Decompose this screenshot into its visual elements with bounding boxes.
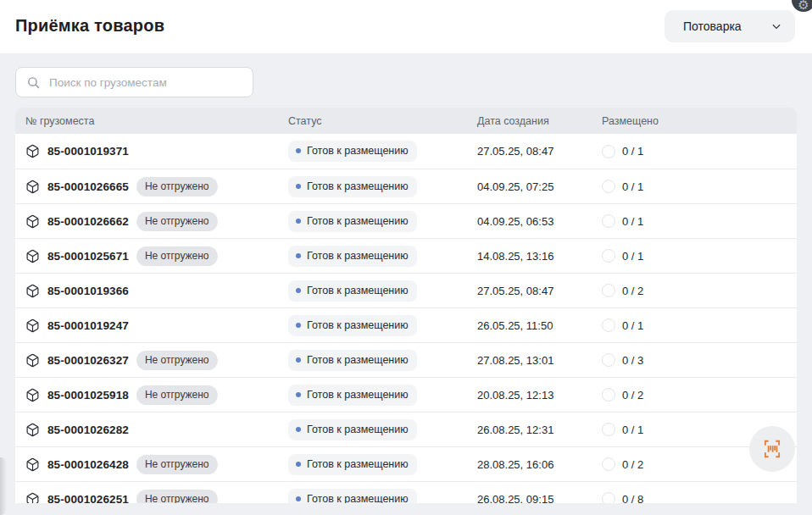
- status-pill: Готов к размещению: [288, 246, 417, 267]
- status-dot-icon: [296, 148, 301, 153]
- status-cell: Готов к размещению: [288, 419, 477, 440]
- status-label: Готов к размещению: [307, 215, 409, 227]
- left-edge-artifact: [0, 457, 7, 515]
- search-input[interactable]: [49, 76, 244, 89]
- column-header-status: Статус: [288, 115, 477, 127]
- gear-glyph: ⚙: [798, 0, 809, 11]
- package-icon: [25, 214, 40, 229]
- placed-cell: 0 / 8: [602, 492, 797, 503]
- table-header-row: № грузоместа Статус Дата создания Размещ…: [15, 108, 797, 134]
- placed-cell: 0 / 1: [602, 145, 797, 158]
- package-icon: [25, 284, 40, 298]
- cargo-id: 85-0001019371: [47, 145, 129, 158]
- page-title: Приёмка товаров: [15, 16, 164, 36]
- created-date: 04.09.25, 06:53: [477, 215, 553, 228]
- status-cell: Готов к размещению: [288, 315, 477, 336]
- status-pill: Готов к размещению: [288, 454, 417, 475]
- cargo-number-cell: 85-0001026282: [15, 423, 288, 437]
- cargo-id: 85-0001026251: [47, 493, 129, 504]
- cargo-number-cell: 85-0001019366: [15, 284, 288, 298]
- package-icon: [25, 144, 40, 158]
- placed-count: 0 / 2: [622, 458, 643, 471]
- table-row[interactable]: 85-0001025918 Не отгружено Готов к разме…: [15, 377, 797, 412]
- status-dot-icon: [296, 427, 301, 432]
- column-header-cargo-number: № грузоместа: [15, 115, 288, 127]
- placed-count: 0 / 2: [622, 389, 643, 401]
- table-row[interactable]: 85-0001019366 Готов к размещению 27.05.2…: [15, 273, 797, 307]
- table-row[interactable]: 85-0001019247 Готов к размещению 26.05.2…: [15, 307, 797, 342]
- not-shipped-badge: Не отгружено: [136, 351, 218, 370]
- progress-ring-icon: [602, 388, 615, 401]
- table-row[interactable]: 85-0001025671 Не отгружено Готов к разме…: [15, 238, 797, 273]
- table-row[interactable]: 85-0001026428 Не отгружено Готов к разме…: [15, 446, 797, 481]
- cargo-id: 85-0001025671: [47, 250, 129, 263]
- created-date: 27.05.25, 08:47: [477, 145, 553, 158]
- status-cell: Готов к размещению: [288, 246, 477, 267]
- table-row[interactable]: 85-0001026662 Не отгружено Готов к разме…: [15, 203, 797, 238]
- cargo-id: 85-0001019366: [47, 285, 129, 297]
- placed-cell: 0 / 1: [602, 180, 797, 193]
- status-cell: Готов к размещению: [288, 211, 477, 232]
- placed-count: 0 / 3: [622, 354, 643, 367]
- status-dot-icon: [296, 253, 301, 258]
- placed-count: 0 / 1: [622, 215, 643, 228]
- cargo-number-cell: 85-0001026665 Не отгружено: [15, 177, 288, 197]
- created-cell: 27.05.25, 08:47: [477, 145, 602, 158]
- placed-cell: 0 / 2: [602, 388, 797, 401]
- table-row[interactable]: 85-0001019371 Готов к размещению 27.05.2…: [15, 134, 797, 169]
- mode-dropdown[interactable]: Потоварка: [665, 10, 795, 42]
- package-icon: [25, 423, 40, 437]
- status-pill: Готов к размещению: [288, 315, 417, 336]
- not-shipped-badge: Не отгружено: [136, 246, 218, 266]
- table-row[interactable]: 85-0001026327 Не отгружено Готов к разме…: [15, 342, 797, 377]
- created-cell: 04.09.25, 06:53: [477, 215, 602, 228]
- table-row[interactable]: 85-0001026251 Не отгружено Готов к разме…: [15, 481, 797, 503]
- status-pill: Готов к размещению: [288, 350, 417, 371]
- cargo-number-cell: 85-0001019371: [15, 144, 288, 158]
- status-cell: Готов к размещению: [288, 385, 477, 406]
- status-pill: Готов к размещению: [288, 176, 417, 197]
- status-cell: Готов к размещению: [288, 350, 477, 371]
- status-pill: Готов к размещению: [288, 141, 417, 162]
- cargo-number-cell: 85-0001026327 Не отгружено: [15, 351, 288, 370]
- table-row[interactable]: 85-0001026282 Готов к размещению 26.08.2…: [15, 412, 797, 446]
- not-shipped-badge: Не отгружено: [136, 455, 218, 474]
- status-dot-icon: [296, 219, 301, 224]
- progress-ring-icon: [602, 318, 615, 332]
- status-label: Готов к размещению: [307, 458, 409, 470]
- cargo-table: № грузоместа Статус Дата создания Размещ…: [15, 108, 797, 503]
- column-header-created: Дата создания: [477, 115, 602, 127]
- progress-ring-icon: [602, 457, 615, 471]
- created-date: 26.05.25, 11:50: [477, 319, 553, 332]
- package-icon: [25, 318, 40, 333]
- progress-ring-icon: [602, 180, 615, 193]
- progress-ring-icon: [602, 145, 615, 158]
- status-label: Готов к размещению: [307, 319, 409, 331]
- status-cell: Готов к размещению: [288, 141, 477, 162]
- status-cell: Готов к размещению: [288, 280, 477, 302]
- chevron-down-icon: [770, 20, 782, 32]
- created-cell: 04.09.25, 07:25: [477, 180, 602, 193]
- cargo-number-cell: 85-0001025671 Не отгружено: [15, 246, 288, 266]
- topbar: Приёмка товаров Потоварка ⚙: [0, 0, 812, 53]
- placed-count: 0 / 1: [622, 250, 643, 263]
- status-pill: Готов к размещению: [288, 489, 417, 504]
- table-row[interactable]: 85-0001026665 Не отгружено Готов к разме…: [15, 169, 797, 203]
- search-icon: [26, 75, 41, 90]
- created-date: 27.08.25, 13:01: [477, 354, 553, 367]
- package-icon: [25, 492, 40, 504]
- status-dot-icon: [296, 392, 301, 397]
- status-label: Готов к размещению: [307, 389, 409, 401]
- not-shipped-badge: Не отгружено: [136, 490, 218, 504]
- cargo-id: 85-0001025918: [47, 389, 129, 401]
- created-date: 26.08.25, 09:15: [477, 493, 553, 504]
- cargo-number-cell: 85-0001025918 Не отгружено: [15, 385, 288, 405]
- cargo-id: 85-0001026327: [47, 354, 129, 367]
- barcode-scan-button[interactable]: [749, 426, 795, 472]
- status-pill: Готов к размещению: [288, 280, 417, 302]
- created-date: 20.08.25, 12:13: [477, 389, 553, 401]
- created-cell: 26.08.25, 12:31: [477, 424, 602, 436]
- placed-count: 0 / 1: [622, 145, 643, 158]
- settings-gear-icon[interactable]: ⚙: [792, 0, 812, 12]
- created-cell: 26.08.25, 09:15: [477, 493, 602, 504]
